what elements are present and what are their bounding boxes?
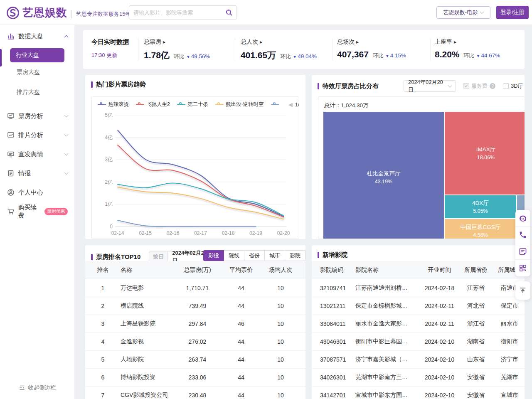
table-cell: 丽水市 bbox=[495, 320, 525, 328]
sidebar-item-screening-overview[interactable]: 排片大盘 bbox=[0, 82, 74, 102]
login-register-button[interactable]: 登录/注册 bbox=[496, 6, 529, 19]
treemap-block-4[interactable]: 中国巨幕CGS厅4.56% bbox=[445, 219, 516, 239]
table-cell: 7 bbox=[85, 392, 121, 399]
back-to-top-button[interactable] bbox=[515, 281, 530, 300]
search-input[interactable] bbox=[129, 10, 222, 16]
stat-item-3[interactable]: 总场次▶407,367环比▼4.15% bbox=[337, 38, 406, 59]
table-cell: 10 bbox=[256, 285, 305, 291]
table-row[interactable]: 2横店院线739.494410 bbox=[85, 297, 305, 315]
table-row[interactable]: 43046301衡阳市中影巨幕国…2024-02-10湖南省衡阳市 bbox=[312, 333, 525, 351]
trend-series-2 bbox=[118, 145, 283, 217]
table-cell: 3 bbox=[85, 320, 121, 327]
legend-marker bbox=[136, 104, 144, 105]
product-select-value: 艺恩娱数-电影 bbox=[443, 9, 478, 16]
table-cell: 2 bbox=[85, 303, 121, 309]
collapse-sidebar-button[interactable]: 收起侧边栏 bbox=[0, 381, 75, 395]
svg-text:3亿: 3亿 bbox=[105, 157, 113, 163]
table-row[interactable]: 13021211保定市金棕榈影城…2024-02-11河北省保定市 bbox=[312, 297, 525, 315]
svg-text:02-19: 02-19 bbox=[249, 230, 262, 236]
cart-icon bbox=[7, 207, 15, 216]
feedback-icon[interactable] bbox=[515, 243, 530, 260]
treemap-block-2[interactable]: IMAX厅18.06% bbox=[445, 112, 525, 195]
app-root: 艺恩娱数 艺恩专注数据服务15年 艺恩娱数-电影 登录/注册 数据大盘 行业大盘 bbox=[0, 0, 532, 399]
table-cell: 安徽省 bbox=[457, 392, 495, 399]
svg-text:5亿: 5亿 bbox=[105, 112, 113, 118]
collapse-label: 收起侧边栏 bbox=[28, 384, 56, 392]
legend-marker bbox=[271, 104, 279, 105]
table-row[interactable]: 33084011丽水市金逸大家影…2024-02-11浙江省丽水市 bbox=[312, 315, 525, 333]
active-indicator bbox=[0, 49, 2, 66]
ranking-tab-院线[interactable]: 院线 bbox=[224, 250, 244, 261]
table-row[interactable]: 3上海星轶影院297.844610 bbox=[85, 315, 305, 333]
table-row[interactable]: 4金逸影视276.024410 bbox=[85, 333, 305, 351]
new-cinemas-card: 新增影院 影院编码 影院名称 开业时间 所属省份 所属城市 32109741江苏… bbox=[312, 245, 525, 399]
chevron-down-icon bbox=[64, 151, 69, 155]
ranking-tab-省份[interactable]: 省份 bbox=[244, 250, 265, 261]
sidebar-group-data-overview[interactable]: 数据大盘 bbox=[0, 27, 74, 46]
sidebar-item-boxoffice-overview[interactable]: 票房大盘 bbox=[0, 62, 74, 82]
table-row[interactable]: 34026301芜湖市中影南方三…2024-02-10安徽省芜湖市 bbox=[312, 369, 525, 387]
table-cell: 33084011 bbox=[312, 320, 355, 327]
threed-checkbox[interactable]: 3D厅 bbox=[503, 82, 523, 90]
sidebar-group-label: 数据大盘 bbox=[18, 32, 43, 40]
svg-text:02-20: 02-20 bbox=[277, 230, 290, 236]
legend-item-2[interactable]: 飞驰人生2 bbox=[136, 101, 170, 108]
table-row[interactable]: 1万达电影1,710.714410 bbox=[85, 279, 305, 297]
ranking-tab-影院[interactable]: 影院 bbox=[285, 250, 305, 261]
customer-service-icon[interactable] bbox=[515, 210, 530, 227]
ranking-tab-影投[interactable]: 影投 bbox=[203, 250, 224, 261]
legend-item-5[interactable] bbox=[271, 104, 281, 105]
treemap-block-1[interactable]: 杜比全景声厅43.19% bbox=[323, 112, 444, 239]
sidebar-group-purchase-renew[interactable]: 购买续费 限时优惠 bbox=[0, 202, 74, 221]
table-cell: 5 bbox=[85, 356, 121, 363]
sidebar-item-industry-overview[interactable]: 行业大盘 bbox=[10, 48, 64, 62]
ranking-tab-城市[interactable]: 城市 bbox=[265, 250, 285, 261]
legend-item-3[interactable]: 第二十条 bbox=[177, 101, 208, 108]
table-cell: 276.02 bbox=[168, 338, 227, 345]
stat-item-4[interactable]: 上座率▶8.20%环比▼44.67% bbox=[435, 38, 500, 59]
qrcode-icon[interactable] bbox=[515, 260, 530, 276]
table-cell: 13021211 bbox=[312, 303, 355, 309]
table-row[interactable]: 34142701宣城市中影东方国…2024-02-10安徽省宣城市 bbox=[312, 387, 525, 399]
table-cell: 44 bbox=[227, 303, 256, 309]
table-cell: 263.74 bbox=[168, 356, 227, 363]
table-cell: 2024-02-18 bbox=[422, 285, 457, 291]
svg-text:02-18: 02-18 bbox=[222, 230, 235, 236]
search-icon[interactable] bbox=[222, 6, 236, 19]
table-cell: 739.49 bbox=[168, 303, 227, 309]
sidebar-group-label: 排片分析 bbox=[18, 131, 43, 139]
stat-item-1[interactable]: 总票房▶1.78亿环比▼49.56% bbox=[144, 38, 210, 61]
divider bbox=[430, 38, 431, 61]
table-cell: 上海星轶影院 bbox=[121, 320, 168, 328]
phone-icon[interactable] bbox=[515, 227, 530, 243]
table-cell: 博纳影院投资 bbox=[121, 374, 168, 381]
table-cell: 44 bbox=[227, 338, 256, 345]
help-icon[interactable]: ? bbox=[490, 83, 495, 89]
table-cell: 浙江省 bbox=[457, 320, 495, 328]
treemap-block-pct: 43.19% bbox=[375, 179, 392, 185]
table-row[interactable]: 6博纳影院投资233.064410 bbox=[85, 369, 305, 387]
table-row[interactable]: 7CGV影城投资公司230.484410 bbox=[85, 387, 305, 399]
treemap-date-select[interactable]: 2024年02月20日 bbox=[404, 80, 456, 92]
legend-item-4[interactable]: 熊出没·逆转时空 bbox=[215, 101, 264, 108]
table-row[interactable]: 37087571济宁市嘉美影城（…2024-02-10山东省济宁市 bbox=[312, 351, 525, 369]
trend-line-chart[interactable]: 01亿2亿3亿4亿5亿02-1402-1502-1602-1702-1802-1… bbox=[92, 112, 299, 239]
treemap-total: 总计：1,024.30万 bbox=[324, 102, 369, 109]
treemap-block-3[interactable]: 4DX厅5.05% bbox=[445, 195, 516, 218]
checkbox-checked-icon: ✓ bbox=[463, 83, 469, 89]
service-fee-checkbox[interactable]: ✓ 服务费 ? bbox=[463, 82, 495, 90]
product-select[interactable]: 艺恩娱数-电影 bbox=[436, 6, 490, 19]
sidebar-group-boxoffice-analysis[interactable]: 票房分析 bbox=[0, 106, 74, 126]
sidebar-group-user-center[interactable]: 个人中心 bbox=[0, 183, 74, 202]
collapse-icon bbox=[19, 384, 25, 391]
legend-item-1[interactable]: 热辣滚烫 bbox=[98, 101, 129, 108]
sidebar-group-marketing-sentiment[interactable]: 宣发舆情 bbox=[0, 145, 74, 164]
logo[interactable]: 艺恩娱数 艺恩专注数据服务15年 bbox=[6, 5, 131, 20]
sidebar-group-screening-analysis[interactable]: 排片分析 bbox=[0, 126, 74, 145]
stat-item-2[interactable]: 总人次▶401.65万环比▼49.04% bbox=[241, 38, 317, 61]
legend-prev-icon[interactable]: ◀ bbox=[288, 101, 293, 108]
table-row[interactable]: 32109741江苏南通通州刘桥…2024-02-18江苏省南通市 bbox=[312, 279, 525, 297]
table-row[interactable]: 5大地影院263.744410 bbox=[85, 351, 305, 369]
stat-label: 总场次 bbox=[337, 38, 355, 45]
sidebar-group-intel[interactable]: 情报 bbox=[0, 164, 74, 183]
